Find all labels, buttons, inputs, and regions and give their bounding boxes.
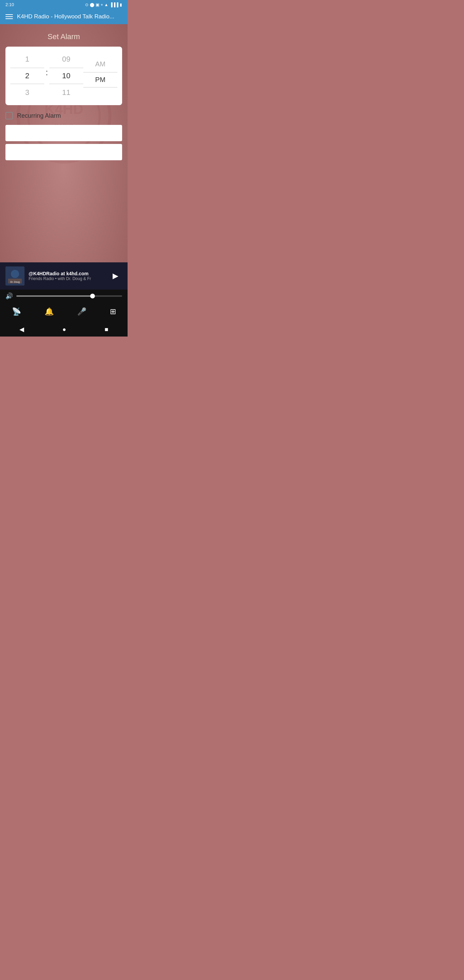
minute-above[interactable]: 09 xyxy=(49,52,83,66)
play-button[interactable]: ▶ xyxy=(108,269,122,283)
nav-microphone[interactable]: 🎤 xyxy=(72,305,92,318)
recents-button[interactable]: ■ xyxy=(105,326,108,333)
hour-selected[interactable]: 2 xyxy=(10,68,44,84)
time-picker-card: 1 2 3 : 09 10 11 AM PM xyxy=(5,47,122,105)
media-info: @K4HDRadio at k4hd.com Friends Radio • w… xyxy=(29,271,105,281)
svg-point-5 xyxy=(11,270,19,278)
hour-above[interactable]: 1 xyxy=(10,52,44,66)
volume-icon: 🔊 xyxy=(5,292,13,300)
grid-icon: ⊞ xyxy=(110,307,116,316)
signal-icon: ▐▐▐ xyxy=(110,2,118,7)
media-show: Friends Radio • with Dr. Doug & Fr xyxy=(29,276,105,281)
time-display: 2:10 xyxy=(5,2,14,7)
nav-alarm[interactable]: 🔔 xyxy=(39,305,59,318)
alarm-icon: 🔔 xyxy=(44,307,54,316)
cast-icon: ⊙ xyxy=(85,2,89,7)
status-time: 2:10 xyxy=(5,2,14,7)
album-art: Dr. Doug xyxy=(5,266,24,285)
battery-icon: ▮ xyxy=(120,2,122,7)
podcast-icon: 📡 xyxy=(12,307,21,316)
album-art-image: Dr. Doug xyxy=(5,266,24,285)
nav-podcast[interactable]: 📡 xyxy=(6,305,27,318)
alarm-notes-input[interactable] xyxy=(5,144,122,160)
alarm-name-input[interactable] xyxy=(5,125,122,141)
time-picker-inner: 1 2 3 : 09 10 11 AM PM xyxy=(8,52,119,100)
recurring-alarm-row[interactable]: Recurring Alarm xyxy=(5,112,122,119)
time-separator: : xyxy=(44,68,49,84)
recurring-alarm-label: Recurring Alarm xyxy=(17,112,61,119)
nav-grid[interactable]: ⊞ xyxy=(105,305,121,318)
volume-track[interactable] xyxy=(16,295,122,297)
play-icon: ▶ xyxy=(113,272,118,280)
minute-selected[interactable]: 10 xyxy=(49,68,83,84)
period-column[interactable]: AM PM xyxy=(83,57,118,94)
recurring-alarm-checkbox[interactable] xyxy=(5,112,13,119)
recording-icon: ⬤ xyxy=(90,2,94,7)
wifi-icon: ▲ xyxy=(105,2,108,7)
period-selected[interactable]: PM xyxy=(83,72,118,88)
svg-text:Dr. Doug: Dr. Doug xyxy=(10,281,20,283)
minute-below[interactable]: 11 xyxy=(49,86,83,100)
system-nav: ◀ ● ■ xyxy=(0,322,127,337)
microphone-icon: 🎤 xyxy=(77,307,86,316)
app-title: K4HD Radio - Hollywood Talk Radio... xyxy=(17,13,122,20)
volume-bar-row: 🔊 xyxy=(0,290,127,302)
location-icon: ⌖ xyxy=(101,2,103,7)
home-button[interactable]: ● xyxy=(63,326,66,333)
hour-below[interactable]: 3 xyxy=(10,86,44,100)
minute-column[interactable]: 09 10 11 xyxy=(49,52,83,100)
bottom-nav: 📡 🔔 🎤 ⊞ xyxy=(0,302,127,322)
screenshot-icon: ▣ xyxy=(95,2,99,7)
back-button[interactable]: ◀ xyxy=(19,326,24,333)
media-player: Dr. Doug @K4HDRadio at k4hd.com Friends … xyxy=(0,262,127,290)
menu-button[interactable] xyxy=(5,14,13,19)
period-above[interactable]: AM xyxy=(83,57,118,71)
media-station: @K4HDRadio at k4hd.com xyxy=(29,271,105,276)
spacer xyxy=(5,163,122,231)
main-content: K4HD RADIO Set Alarm 1 2 3 : 09 10 11 AM xyxy=(0,24,127,262)
volume-fill xyxy=(16,295,92,297)
hour-column[interactable]: 1 2 3 xyxy=(10,52,44,100)
status-icons: ⊙ ⬤ ▣ ⌖ ▲ ▐▐▐ ▮ xyxy=(85,2,122,7)
top-app-bar: K4HD Radio - Hollywood Talk Radio... xyxy=(0,9,127,24)
volume-thumb[interactable] xyxy=(90,294,95,298)
status-bar: 2:10 ⊙ ⬤ ▣ ⌖ ▲ ▐▐▐ ▮ xyxy=(0,0,127,9)
period-below xyxy=(83,89,118,94)
page-title: Set Alarm xyxy=(5,32,122,41)
